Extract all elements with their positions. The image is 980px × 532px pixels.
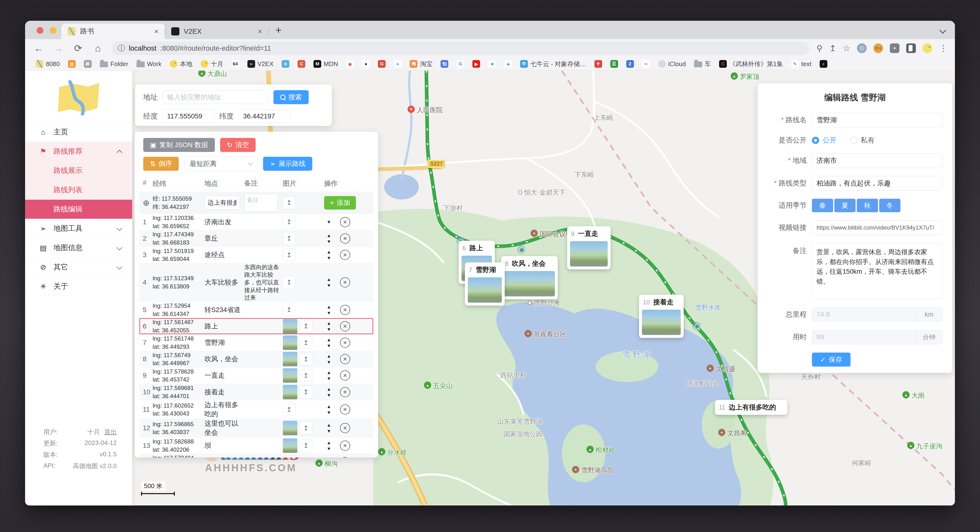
latitude-input[interactable]: 36.442197 <box>239 110 290 123</box>
tab-close-icon[interactable]: × <box>154 27 159 36</box>
bookmark-item[interactable]: Work <box>137 60 162 68</box>
waypoint-photo-thumbnail[interactable] <box>283 438 298 453</box>
sidebar-menu-item[interactable]: ➢ 地图工具 <box>25 219 132 238</box>
map-marker-card[interactable]: 11 边上有很多吃的 <box>715 400 788 415</box>
upload-image-button[interactable]: ↥ <box>283 403 295 416</box>
waypoint-photo-thumbnail[interactable] <box>283 352 298 366</box>
browser-tab[interactable]: 路书 × <box>61 24 165 39</box>
tab-close-icon[interactable]: × <box>258 27 262 36</box>
sidebar-menu-item[interactable]: ⌂ 主页 <box>25 123 132 142</box>
reload-button[interactable]: ⟳ <box>72 43 84 54</box>
bookmark-item[interactable]: 车 <box>694 60 711 68</box>
waypoint-row[interactable]: 9 lng: 117.578628 lat: 36.453742 一直走 ↥ ▲… <box>139 368 373 384</box>
delete-waypoint-button[interactable]: × <box>340 387 350 397</box>
waypoint-row[interactable]: 3 lng: 117.501919 lat: 36.659044 途经点 ↥ ▲… <box>139 247 373 263</box>
upload-image-button[interactable]: ↥ <box>300 320 312 333</box>
bookmark-star-icon[interactable]: ☆ <box>843 43 850 53</box>
waypoint-row[interactable]: 2 lng: 117.474349 lat: 36.668183 章丘 ↥ ▲ … <box>139 230 373 247</box>
bookmark-item[interactable]: C <box>298 60 305 68</box>
bookmark-item[interactable]: ▼ <box>594 60 602 68</box>
upload-image-button[interactable]: ↥ <box>300 353 312 365</box>
bookmark-item[interactable]: 8080 <box>36 60 60 68</box>
upload-image-button[interactable]: ↥ <box>283 248 295 261</box>
sidebar-menu-item[interactable]: ▤ 地图信息 <box>25 238 132 258</box>
upload-image-button[interactable]: ↥ <box>283 232 295 245</box>
bookmark-item[interactable]: iCloud <box>658 60 686 68</box>
bookmark-item[interactable]: 标 <box>84 60 92 68</box>
season-button[interactable]: 冬 <box>879 199 900 212</box>
sort-mode-select[interactable]: 最短距离 <box>185 156 257 171</box>
bookmark-item[interactable]: 本地 <box>170 60 192 68</box>
bookmark-item[interactable]: 64 <box>232 60 239 68</box>
profile-avatar[interactable] <box>923 43 932 53</box>
back-button[interactable]: ← <box>32 43 45 54</box>
bookmark-item[interactable]: ➣ V2EX <box>247 60 274 68</box>
bookmark-item[interactable]: ◉ <box>346 60 354 68</box>
map-marker-card[interactable]: 10 接着走 <box>639 295 684 338</box>
delete-waypoint-button[interactable]: × <box>340 305 350 315</box>
waypoint-row[interactable]: 11 lng: 117.602652 lat: 36.430043 边上有很多吃… <box>139 400 373 419</box>
move-down-button[interactable]: ▼ <box>326 359 332 365</box>
marker-photo[interactable] <box>570 241 608 266</box>
upload-image-button[interactable]: ↥ <box>300 336 312 349</box>
delete-waypoint-button[interactable]: × <box>340 441 350 451</box>
waypoint-row[interactable]: 5 lng: 117.52954 lat: 36.614347 转S234省道 … <box>139 302 373 318</box>
season-button[interactable]: 秋 <box>857 199 878 212</box>
move-up-button[interactable]: ▲ <box>326 404 332 409</box>
move-down-button[interactable]: ▼ <box>326 392 332 398</box>
delete-waypoint-button[interactable]: × <box>340 457 350 457</box>
reverse-order-button[interactable]: ⇅倒序 <box>143 157 179 171</box>
radio-option[interactable]: 私有 <box>850 135 875 145</box>
tab-search-chevron-icon[interactable] <box>940 27 946 34</box>
upload-image-button[interactable]: ↥ <box>283 304 295 316</box>
move-up-button[interactable]: ▲ <box>326 353 332 359</box>
waypoint-row[interactable]: 8 lng: 117.56749 lat: 36.449967 吹风，坐会 ↥ … <box>139 351 373 368</box>
move-up-button[interactable]: ▲ <box>326 249 332 255</box>
bookmark-item[interactable]: ★ <box>488 60 496 68</box>
address-input[interactable]: 输入较完整的地址 <box>162 91 269 104</box>
bookmark-item[interactable]: 2 <box>626 60 634 68</box>
note-textarea[interactable]: 赏景，吹风，露营休息，周边很多农家乐，都在向你招手。从济南来回稍微有点远，往返1… <box>812 243 943 299</box>
marker-photo[interactable] <box>504 271 555 296</box>
extension-fplus-icon[interactable]: (f+) <box>873 43 883 53</box>
sidebar-menu-item[interactable]: 路线展示 <box>25 161 132 180</box>
season-button[interactable]: 夏 <box>834 199 856 212</box>
bookmark-item[interactable]: ▥ <box>68 60 76 68</box>
waypoint-row[interactable]: 10 lng: 117.589681 lat: 36.444701 接着走 ↥ … <box>139 384 373 400</box>
sidebar-menu-item[interactable]: ✳ 关于 <box>25 277 132 296</box>
new-tab-button[interactable]: + <box>275 24 282 36</box>
waypoint-photo-thumbnail[interactable] <box>283 385 298 399</box>
address-bar[interactable]: ⓘ localhost :8080/#/route/route-editor?l… <box>111 41 809 55</box>
delete-waypoint-button[interactable]: × <box>340 354 350 364</box>
delete-waypoint-button[interactable]: × <box>340 233 350 244</box>
locate-icon[interactable]: ⊕ <box>143 198 150 207</box>
waypoint-photo-thumbnail[interactable] <box>283 336 298 350</box>
route-waypoint-dot[interactable] <box>517 245 525 254</box>
delete-waypoint-button[interactable]: × <box>340 370 350 381</box>
bookmark-item[interactable]: ▶ <box>473 60 480 68</box>
upload-image-button[interactable]: ↥ <box>300 386 312 398</box>
delete-waypoint-button[interactable]: × <box>340 405 350 414</box>
move-up-button[interactable]: ▲ <box>326 422 332 428</box>
upload-image-button[interactable]: ↥ <box>283 276 295 289</box>
bookmark-item[interactable]: 牛 七牛云 - 对象存储… <box>520 60 586 68</box>
move-up-button[interactable]: ▲ <box>326 233 332 238</box>
route-type-input[interactable]: 柏油路，有点起伏，乐趣 <box>812 176 943 191</box>
move-up-button[interactable]: ▲ <box>326 304 332 310</box>
delete-waypoint-button[interactable]: × <box>340 277 350 287</box>
bookmark-item[interactable]: ✎ text <box>791 60 811 68</box>
bookmark-item[interactable]: ● <box>362 60 370 68</box>
delete-waypoint-button[interactable]: × <box>340 217 350 227</box>
move-up-button[interactable]: ▲ <box>326 440 332 445</box>
move-down-button[interactable]: ▼ <box>326 446 332 451</box>
upload-image-button[interactable]: ↥ <box>283 456 295 457</box>
marker-photo[interactable] <box>468 277 502 303</box>
logout-link[interactable]: 退出 <box>104 428 117 436</box>
bookmark-item[interactable]: C 《武林外传》第1集 <box>719 60 783 68</box>
move-up-button[interactable]: ▲ <box>326 337 332 342</box>
map-marker-card[interactable]: 9 一直走 <box>567 226 611 269</box>
close-window-icon[interactable] <box>37 27 43 34</box>
radio-option[interactable]: 公开 <box>812 135 837 145</box>
move-down-button[interactable]: ▼ <box>326 283 332 288</box>
home-button[interactable]: ⌂ <box>92 43 104 54</box>
